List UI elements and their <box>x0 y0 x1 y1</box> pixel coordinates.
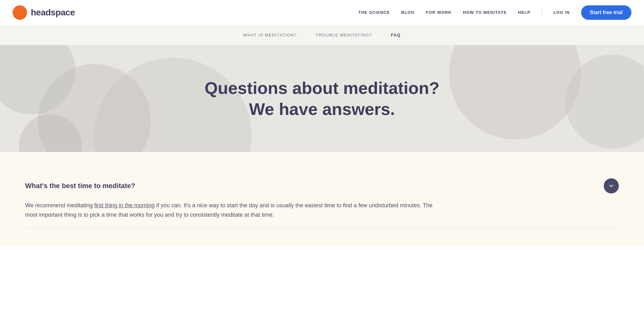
nav-links: THE SCIENCE BLOG FOR WORK HOW TO MEDITAT… <box>358 5 631 20</box>
subnav: WHAT IS MEDITATION? TROUBLE MEDITATING? … <box>0 25 644 45</box>
nav-item-how-to-meditate[interactable]: HOW TO MEDITATE <box>463 10 507 15</box>
subnav-trouble-meditating[interactable]: TROUBLE MEDITATING? <box>316 33 372 37</box>
logo-text: headspace <box>31 8 75 18</box>
chevron-down-icon <box>608 183 614 189</box>
faq-answer-link[interactable]: first thing in the morning <box>94 202 155 209</box>
navbar: headspace THE SCIENCE BLOG FOR WORK HOW … <box>0 0 644 25</box>
hero-title: Questions about meditation? We have answ… <box>204 78 439 120</box>
login-link[interactable]: LOG IN <box>553 10 570 15</box>
nav-divider <box>542 8 542 17</box>
subnav-what-is-meditation[interactable]: WHAT IS MEDITATION? <box>243 33 297 37</box>
nav-item-the-science[interactable]: THE SCIENCE <box>358 10 390 15</box>
faq-question-text: What's the best time to meditate? <box>25 182 135 190</box>
hero-content: Questions about meditation? We have answ… <box>192 59 452 139</box>
hero-title-line2: We have answers. <box>249 100 395 118</box>
nav-item-for-work[interactable]: FOR WORK <box>426 10 452 15</box>
hero-decoration-circle-4 <box>449 45 581 139</box>
faq-answer-text: We recommend meditating first thing in t… <box>25 201 434 228</box>
nav-item-blog[interactable]: BLOG <box>401 10 414 15</box>
hero-title-line1: Questions about meditation? <box>204 79 439 97</box>
start-free-trial-button[interactable]: Start free trial <box>581 5 631 20</box>
logo-circle-icon <box>13 5 27 20</box>
logo-link[interactable]: headspace <box>13 5 75 20</box>
nav-item-help[interactable]: HELP <box>518 10 530 15</box>
subnav-faq[interactable]: FAQ <box>391 33 401 37</box>
faq-question-row[interactable]: What's the best time to meditate? <box>25 171 619 201</box>
faq-toggle-button[interactable] <box>604 178 619 193</box>
hero-section: Questions about meditation? We have answ… <box>0 45 644 152</box>
faq-item: What's the best time to meditate? We rec… <box>25 171 619 229</box>
faq-section: What's the best time to meditate? We rec… <box>0 152 644 246</box>
